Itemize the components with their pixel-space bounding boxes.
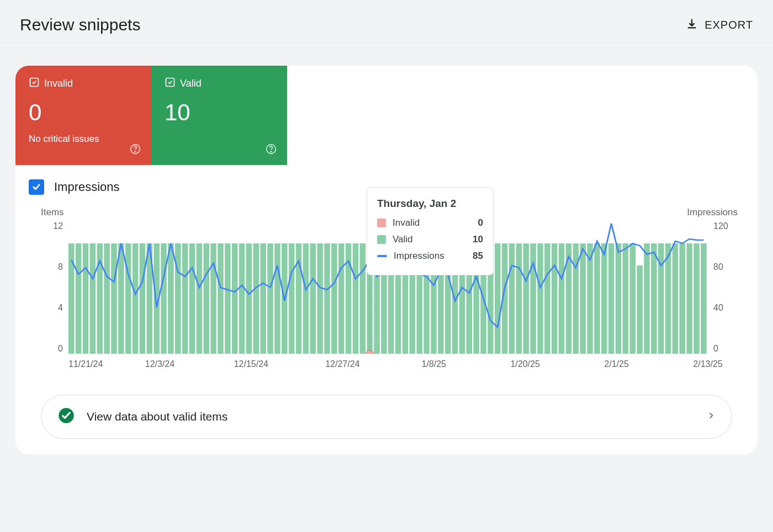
- y-ticks-right: 12080 400: [713, 221, 738, 354]
- report-card: Invalid 0 No critical issues Valid 10: [15, 66, 758, 454]
- x-tick: 12/27/24: [325, 359, 359, 369]
- checkbox-checked-icon: [29, 77, 40, 91]
- tile-invalid-note: No critical issues: [29, 134, 138, 145]
- chevron-right-icon: [707, 409, 715, 424]
- view-valid-items-text: View data about valid items: [87, 410, 227, 423]
- impressions-checkbox[interactable]: [29, 179, 44, 195]
- tile-valid-count: 10: [165, 99, 274, 126]
- download-icon: [686, 18, 698, 33]
- tooltip-row-invalid: Invalid 0: [377, 217, 483, 228]
- tile-invalid-label: Invalid: [44, 78, 73, 89]
- svg-point-5: [271, 151, 271, 152]
- swatch-invalid: [377, 219, 386, 227]
- x-tick: 2/13/25: [693, 359, 722, 369]
- swatch-valid: [377, 235, 386, 244]
- tile-invalid-count: 0: [29, 99, 138, 126]
- tooltip-row-impressions: Impressions 85: [377, 251, 483, 262]
- y-ticks-left: 128 40: [41, 221, 63, 354]
- tile-valid[interactable]: Valid 10: [151, 66, 287, 165]
- x-tick: 12/15/24: [234, 359, 268, 369]
- svg-rect-0: [30, 78, 39, 87]
- swatch-impressions: [377, 255, 387, 257]
- tooltip-row-valid: Valid 10: [377, 234, 483, 245]
- tile-valid-label: Valid: [180, 78, 202, 89]
- svg-point-98: [366, 350, 374, 354]
- y-axis-right-label: Impressions: [687, 207, 738, 218]
- help-icon[interactable]: [265, 143, 277, 157]
- tooltip-title: Thursday, Jan 2: [377, 198, 483, 210]
- view-valid-items-link[interactable]: View data about valid items: [41, 395, 732, 439]
- chart-tooltip: Thursday, Jan 2 Invalid 0 Valid 10 Impre…: [367, 187, 494, 275]
- x-tick: 12/3/24: [145, 359, 174, 369]
- svg-rect-3: [166, 78, 174, 87]
- x-tick: 11/21/24: [68, 359, 103, 369]
- impressions-label: Impressions: [54, 180, 120, 194]
- check-circle-icon: [58, 407, 75, 426]
- tile-invalid[interactable]: Invalid 0 No critical issues: [15, 66, 151, 165]
- export-label: EXPORT: [705, 19, 753, 31]
- x-ticks: 11/21/2412/3/2412/15/2412/27/241/8/251/2…: [68, 359, 708, 371]
- page-title: Review snippets: [20, 15, 140, 34]
- export-button[interactable]: EXPORT: [686, 18, 753, 33]
- x-tick: 1/8/25: [421, 359, 446, 369]
- checkbox-checked-icon: [165, 77, 176, 91]
- svg-point-2: [135, 151, 135, 152]
- help-icon[interactable]: [129, 143, 141, 157]
- x-tick: 1/20/25: [510, 359, 539, 369]
- x-tick: 2/1/25: [604, 359, 628, 369]
